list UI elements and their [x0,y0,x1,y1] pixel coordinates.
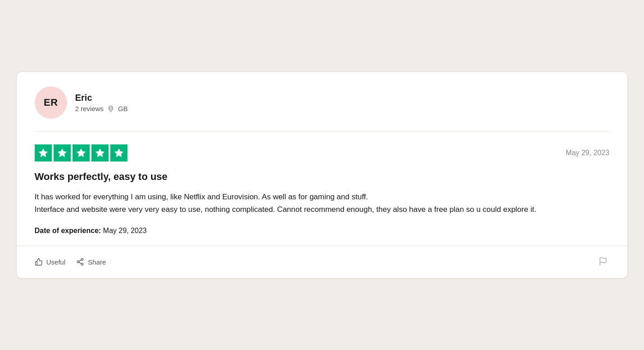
star-4 [91,144,109,162]
share-label: Share [88,258,106,266]
reviewer-location: GB [118,105,128,112]
star-5 [110,144,127,162]
share-button[interactable]: Share [76,256,106,268]
footer-actions: Useful Share [35,256,106,268]
review-title: Works perfectly, easy to use [35,171,610,184]
useful-label: Useful [46,258,66,266]
star-rating [35,144,127,162]
share-icon [76,258,84,266]
review-footer: Useful Share [17,246,628,278]
location-icon [107,105,114,112]
reviews-count: 2 reviews [75,105,104,112]
review-text: It has worked for everything I am using,… [35,191,610,216]
useful-button[interactable]: Useful [35,256,66,268]
svg-line-4 [79,262,82,264]
review-body: May 29, 2023 Works perfectly, easy to us… [17,132,628,246]
star-2 [54,144,71,162]
reviewer-name: Eric [75,93,128,103]
date-of-experience: Date of experience: May 29, 2023 [35,227,610,235]
reviewer-info: Eric 2 reviews GB [75,93,128,112]
reviewer-header: ER Eric 2 reviews GB [17,72,628,131]
review-top-row: May 29, 2023 [35,144,610,162]
svg-line-5 [79,260,82,261]
thumbs-up-icon [35,258,43,266]
avatar-initials: ER [44,97,58,108]
date-of-experience-value: May 29, 2023 [103,227,147,234]
review-date: May 29, 2023 [566,149,609,157]
reviewer-meta: 2 reviews GB [75,105,128,112]
star-3 [73,144,90,162]
flag-button[interactable] [597,255,609,269]
review-body-line2: Interface and website were very very eas… [35,205,536,214]
avatar: ER [35,86,67,119]
star-1 [35,144,52,162]
review-card: ER Eric 2 reviews GB [16,72,628,278]
review-body-line1: It has worked for everything I am using,… [35,193,368,201]
date-of-experience-label: Date of experience: [35,227,101,234]
svg-point-0 [109,107,112,109]
flag-icon [599,257,608,266]
